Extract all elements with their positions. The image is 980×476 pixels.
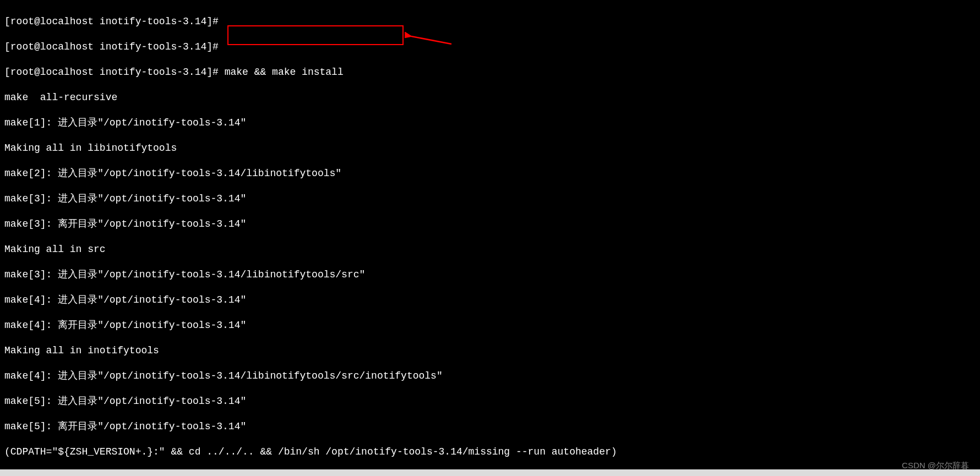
terminal-line: [root@localhost inotify-tools-3.14]# mak… (4, 66, 976, 79)
terminal-line: Making all in src (4, 243, 976, 256)
terminal-line: Making all in libinotifytools (4, 142, 976, 155)
terminal-line: make[4]: 进入目录"/opt/inotify-tools-3.14" (4, 294, 976, 307)
terminal-line: make[1]: 进入目录"/opt/inotify-tools-3.14" (4, 117, 976, 129)
terminal-line: make[3]: 进入目录"/opt/inotify-tools-3.14/li… (4, 269, 976, 281)
terminal-line: make[4]: 进入目录"/opt/inotify-tools-3.14/li… (4, 370, 976, 382)
taskbar[interactable] (0, 469, 980, 476)
terminal-line: make[5]: 离开目录"/opt/inotify-tools-3.14" (4, 420, 976, 433)
terminal-line: [root@localhost inotify-tools-3.14]# (4, 41, 976, 53)
terminal-output[interactable]: [root@localhost inotify-tools-3.14]# [ro… (4, 3, 976, 476)
terminal-line: make[4]: 离开目录"/opt/inotify-tools-3.14" (4, 319, 976, 332)
terminal-line: make[3]: 离开目录"/opt/inotify-tools-3.14" (4, 218, 976, 231)
terminal-line: make[3]: 进入目录"/opt/inotify-tools-3.14" (4, 193, 976, 205)
terminal-line: Making all in inotifytools (4, 344, 976, 357)
terminal-line: [root@localhost inotify-tools-3.14]# (4, 15, 976, 28)
terminal-line: (CDPATH="${ZSH_VERSION+.}:" && cd ../../… (4, 446, 976, 458)
terminal-line: make[5]: 进入目录"/opt/inotify-tools-3.14" (4, 395, 976, 408)
terminal-line: make all-recursive (4, 91, 976, 104)
terminal-line: make[2]: 进入目录"/opt/inotify-tools-3.14/li… (4, 167, 976, 180)
